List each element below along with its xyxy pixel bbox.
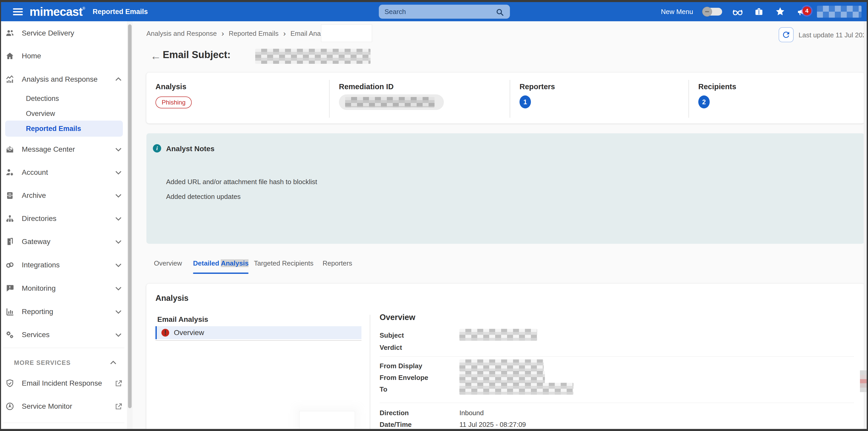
chevron-down-icon[interactable]	[114, 214, 123, 223]
phishing-badge: Phishing	[155, 96, 192, 108]
sidebar-item-reported-emails[interactable]: Reported Emails	[5, 121, 123, 137]
chevron-down-icon[interactable]	[114, 307, 123, 316]
home-icon	[5, 51, 15, 61]
chevron-down-icon[interactable]	[114, 237, 123, 246]
breadcrumb-analysis-and-response[interactable]: Analysis and Response	[146, 30, 217, 37]
tab-reporters[interactable]: Reporters	[322, 259, 352, 267]
recipients-count-badge: 2	[698, 95, 710, 108]
reporters-count-badge: 1	[520, 95, 531, 108]
sidebar-item-label: Directories	[22, 214, 57, 223]
tab-overview[interactable]: Overview	[154, 259, 182, 267]
people-icon	[5, 29, 15, 38]
sidebar-item-integrations[interactable]: Integrations	[5, 258, 123, 272]
sidebar-item-archive[interactable]: Archive	[5, 188, 123, 203]
chevron-down-icon[interactable]	[114, 145, 123, 154]
door-icon	[5, 237, 15, 247]
new-menu-label: New Menu	[661, 8, 693, 16]
breadcrumb-separator: ›	[221, 29, 224, 38]
bar-chart-icon	[5, 307, 15, 316]
field-label-from-display: From Display	[380, 362, 422, 370]
sidebar-item-home[interactable]: Home	[5, 49, 123, 63]
mimecast-logo: mimecast®	[30, 5, 85, 19]
star-icon[interactable]	[774, 6, 786, 18]
page-title: Email Subject:	[163, 49, 230, 60]
field-label-to: To	[380, 385, 388, 394]
field-label-verdict: Verdict	[380, 344, 402, 352]
sidebar-divider	[3, 348, 124, 348]
sidebar-item-label: Account	[22, 168, 48, 177]
tab-targeted-recipients[interactable]: Targeted Recipients	[254, 259, 313, 267]
sidebar-item-account[interactable]: Account	[5, 165, 123, 180]
sidebar-item-label: Detections	[26, 95, 59, 103]
info-icon: i	[153, 144, 161, 152]
notification-badge[interactable]: 4	[802, 6, 811, 15]
sidebar-scrollbar-thumb[interactable]	[128, 24, 132, 408]
sidebar-item-reporting[interactable]: Reporting	[5, 305, 123, 319]
sidebar-item-gateway[interactable]: Gateway	[5, 234, 123, 249]
sidebar-item-monitoring[interactable]: Monitoring	[5, 281, 123, 296]
sidebar-scrollbar[interactable]	[127, 21, 133, 429]
scrollbar-redacted-marker	[860, 370, 867, 392]
main-scrollbar[interactable]	[864, 21, 867, 429]
chevron-down-icon[interactable]	[114, 168, 123, 177]
column-separator	[370, 315, 370, 429]
sidebar-item-overview[interactable]: Overview	[26, 107, 112, 120]
chevron-down-icon[interactable]	[114, 331, 123, 339]
overview-section-title: Overview	[380, 313, 415, 322]
sidebar-section-more-services[interactable]: MORE SERVICES	[14, 356, 118, 369]
user-name-redacted[interactable]	[817, 6, 862, 18]
summary-recipients-title: Recipients	[698, 83, 736, 91]
glasses-icon[interactable]	[732, 6, 743, 18]
sidebar-item-message-center[interactable]: Message Center	[5, 142, 123, 156]
analyst-notes-panel: i Analyst Notes Added URL and/or attachm…	[146, 133, 864, 244]
app-window: mimecast® Reported Emails New Menu 4	[1, 2, 867, 429]
refresh-icon	[781, 30, 791, 39]
analysis-panel-title: Analysis	[155, 293, 189, 303]
hamburger-menu-icon[interactable]	[13, 8, 23, 15]
sidebar-item-email-incident-response[interactable]: Email Incident Response	[5, 376, 123, 391]
back-arrow[interactable]: ←	[150, 49, 161, 63]
header-actions: New Menu 4	[661, 2, 862, 21]
summary-card: Analysis Phishing Remediation ID Reporte…	[146, 73, 864, 123]
search-input[interactable]	[379, 5, 510, 19]
sidebar-item-directories[interactable]: Directories	[5, 211, 123, 226]
sidebar-item-service-monitor[interactable]: Service Monitor	[5, 399, 123, 413]
refresh-button[interactable]	[779, 27, 794, 42]
breadcrumb-reported-emails[interactable]: Reported Emails	[229, 30, 279, 37]
new-menu-toggle[interactable]	[703, 8, 722, 16]
shield-check-icon	[5, 379, 15, 388]
brand-mark: ®	[83, 6, 85, 10]
email-analysis-overview-item[interactable]: ! Overview	[155, 326, 362, 339]
sidebar-item-services[interactable]: Services	[5, 327, 123, 342]
analyst-note: Added detection updates	[166, 193, 241, 201]
chevron-up-icon[interactable]	[114, 75, 123, 84]
list-item-label: Overview	[174, 328, 204, 337]
briefcase-icon[interactable]	[753, 6, 765, 18]
remediation-id-redacted	[339, 94, 444, 110]
app-title: Reported Emails	[93, 8, 148, 16]
summary-divider	[510, 80, 510, 118]
archive-drawer-icon	[5, 191, 15, 200]
sidebar-item-detections[interactable]: Detections	[26, 92, 112, 105]
section-label: MORE SERVICES	[14, 359, 71, 367]
sidebar-item-label: Home	[22, 52, 41, 60]
chevron-up-icon[interactable]	[109, 358, 118, 367]
tab-detailed-analysis[interactable]: Detailed Analysis	[193, 259, 248, 267]
chevron-down-icon[interactable]	[114, 284, 123, 293]
last-update-text: Last update 11 Jul 2025 - 11:15:	[799, 31, 864, 39]
chevron-down-icon[interactable]	[114, 261, 123, 269]
email-subject-redacted	[255, 49, 371, 64]
gears-icon	[5, 330, 15, 340]
megaphone-icon[interactable]: 4	[796, 6, 807, 18]
tab-label-selected-part: Analysis	[221, 259, 248, 267]
toggle-knob[interactable]	[702, 7, 712, 17]
sidebar-item-service-delivery[interactable]: Service Delivery	[5, 26, 123, 40]
email-analysis-list-title: Email Analysis	[157, 315, 208, 324]
analysis-panel: Analysis Email Analysis ! Overview Overv…	[146, 284, 864, 429]
sidebar-item-analysis-and-response[interactable]: Analysis and Response	[5, 72, 123, 87]
sidebar-item-label: Reporting	[22, 308, 53, 316]
alert-bubble-icon	[5, 284, 15, 293]
search-icon[interactable]	[495, 8, 504, 17]
chevron-down-icon[interactable]	[114, 191, 123, 200]
field-label-from-envelope: From Envelope	[380, 374, 428, 382]
